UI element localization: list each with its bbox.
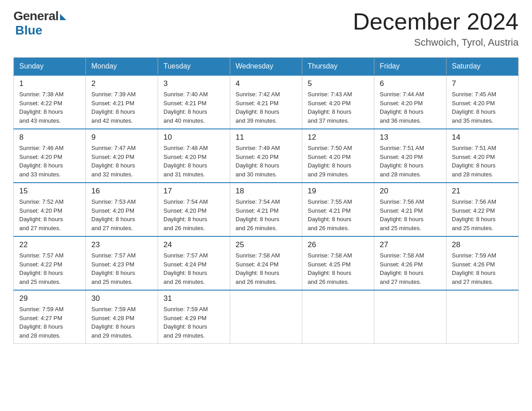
day-number: 29: [19, 294, 80, 303]
day-info: Sunrise: 7:57 AMSunset: 4:22 PMDaylight:…: [19, 251, 80, 286]
calendar-day-cell: 23Sunrise: 7:57 AMSunset: 4:23 PMDayligh…: [86, 236, 158, 290]
day-number: 24: [163, 240, 224, 249]
day-info: Sunrise: 7:40 AMSunset: 4:21 PMDaylight:…: [163, 90, 224, 125]
calendar-header-tuesday: Tuesday: [158, 58, 230, 76]
calendar-day-cell: 11Sunrise: 7:49 AMSunset: 4:20 PMDayligh…: [230, 129, 302, 183]
calendar-day-cell: 1Sunrise: 7:38 AMSunset: 4:22 PMDaylight…: [14, 75, 86, 129]
day-info: Sunrise: 7:57 AMSunset: 4:23 PMDaylight:…: [91, 251, 152, 286]
day-number: 31: [163, 294, 224, 303]
day-number: 3: [163, 79, 224, 88]
day-info: Sunrise: 7:50 AMSunset: 4:20 PMDaylight:…: [308, 144, 369, 179]
calendar-day-cell: 30Sunrise: 7:59 AMSunset: 4:28 PMDayligh…: [86, 290, 158, 344]
logo-blue-text: Blue: [15, 23, 66, 38]
calendar-week-row: 29Sunrise: 7:59 AMSunset: 4:27 PMDayligh…: [14, 290, 519, 344]
day-number: 15: [19, 187, 80, 196]
day-info: Sunrise: 7:46 AMSunset: 4:20 PMDaylight:…: [19, 144, 80, 179]
calendar-day-cell: 27Sunrise: 7:58 AMSunset: 4:26 PMDayligh…: [374, 236, 446, 290]
day-number: 22: [19, 240, 80, 249]
calendar-day-cell: 19Sunrise: 7:55 AMSunset: 4:21 PMDayligh…: [302, 183, 374, 236]
day-info: Sunrise: 7:56 AMSunset: 4:22 PMDaylight:…: [452, 197, 513, 232]
day-info: Sunrise: 7:59 AMSunset: 4:26 PMDaylight:…: [452, 251, 513, 286]
day-number: 25: [236, 240, 296, 249]
day-number: 8: [19, 133, 80, 142]
day-info: Sunrise: 7:54 AMSunset: 4:21 PMDaylight:…: [236, 197, 296, 232]
page-header: General Blue December 2024 Schwoich, Tyr…: [13, 9, 519, 48]
calendar-day-cell: 31Sunrise: 7:59 AMSunset: 4:29 PMDayligh…: [158, 290, 230, 344]
day-number: 17: [163, 187, 224, 196]
calendar-day-cell: [230, 290, 302, 344]
day-number: 14: [452, 133, 513, 142]
calendar-table: SundayMondayTuesdayWednesdayThursdayFrid…: [13, 57, 519, 344]
day-info: Sunrise: 7:45 AMSunset: 4:20 PMDaylight:…: [452, 90, 513, 125]
calendar-week-row: 8Sunrise: 7:46 AMSunset: 4:20 PMDaylight…: [14, 129, 519, 183]
location-title: Schwoich, Tyrol, Austria: [353, 37, 519, 48]
day-number: 7: [452, 79, 513, 88]
day-info: Sunrise: 7:59 AMSunset: 4:28 PMDaylight:…: [91, 305, 152, 340]
calendar-header-row: SundayMondayTuesdayWednesdayThursdayFrid…: [14, 58, 519, 76]
day-number: 1: [19, 79, 80, 88]
calendar-day-cell: 24Sunrise: 7:57 AMSunset: 4:24 PMDayligh…: [158, 236, 230, 290]
calendar-day-cell: 16Sunrise: 7:53 AMSunset: 4:20 PMDayligh…: [86, 183, 158, 236]
calendar-day-cell: 20Sunrise: 7:56 AMSunset: 4:21 PMDayligh…: [374, 183, 446, 236]
calendar-week-row: 22Sunrise: 7:57 AMSunset: 4:22 PMDayligh…: [14, 236, 519, 290]
day-info: Sunrise: 7:54 AMSunset: 4:20 PMDaylight:…: [163, 197, 224, 232]
calendar-day-cell: 25Sunrise: 7:58 AMSunset: 4:24 PMDayligh…: [230, 236, 302, 290]
day-info: Sunrise: 7:52 AMSunset: 4:20 PMDaylight:…: [19, 197, 80, 232]
day-info: Sunrise: 7:49 AMSunset: 4:20 PMDaylight:…: [236, 144, 296, 179]
calendar-day-cell: 8Sunrise: 7:46 AMSunset: 4:20 PMDaylight…: [14, 129, 86, 183]
day-info: Sunrise: 7:59 AMSunset: 4:27 PMDaylight:…: [19, 305, 80, 340]
calendar-header-friday: Friday: [374, 58, 446, 76]
day-info: Sunrise: 7:51 AMSunset: 4:20 PMDaylight:…: [380, 144, 441, 179]
day-number: 4: [236, 79, 296, 88]
day-info: Sunrise: 7:55 AMSunset: 4:21 PMDaylight:…: [308, 197, 369, 232]
day-info: Sunrise: 7:51 AMSunset: 4:20 PMDaylight:…: [452, 144, 513, 179]
day-number: 27: [380, 240, 441, 249]
calendar-day-cell: 10Sunrise: 7:48 AMSunset: 4:20 PMDayligh…: [158, 129, 230, 183]
day-info: Sunrise: 7:38 AMSunset: 4:22 PMDaylight:…: [19, 90, 80, 125]
calendar-day-cell: 14Sunrise: 7:51 AMSunset: 4:20 PMDayligh…: [446, 129, 519, 183]
day-info: Sunrise: 7:53 AMSunset: 4:20 PMDaylight:…: [91, 197, 152, 232]
calendar-day-cell: 6Sunrise: 7:44 AMSunset: 4:20 PMDaylight…: [374, 75, 446, 129]
calendar-week-row: 15Sunrise: 7:52 AMSunset: 4:20 PMDayligh…: [14, 183, 519, 236]
day-info: Sunrise: 7:57 AMSunset: 4:24 PMDaylight:…: [163, 251, 224, 286]
day-number: 13: [380, 133, 441, 142]
calendar-header-saturday: Saturday: [446, 58, 519, 76]
day-number: 20: [380, 187, 441, 196]
calendar-day-cell: 4Sunrise: 7:42 AMSunset: 4:21 PMDaylight…: [230, 75, 302, 129]
day-info: Sunrise: 7:58 AMSunset: 4:24 PMDaylight:…: [236, 251, 296, 286]
day-info: Sunrise: 7:44 AMSunset: 4:20 PMDaylight:…: [380, 90, 441, 125]
calendar-week-row: 1Sunrise: 7:38 AMSunset: 4:22 PMDaylight…: [14, 75, 519, 129]
day-info: Sunrise: 7:58 AMSunset: 4:25 PMDaylight:…: [308, 251, 369, 286]
calendar-day-cell: 3Sunrise: 7:40 AMSunset: 4:21 PMDaylight…: [158, 75, 230, 129]
calendar-day-cell: 12Sunrise: 7:50 AMSunset: 4:20 PMDayligh…: [302, 129, 374, 183]
day-info: Sunrise: 7:59 AMSunset: 4:29 PMDaylight:…: [163, 305, 224, 340]
calendar-header-sunday: Sunday: [14, 58, 86, 76]
day-number: 21: [452, 187, 513, 196]
logo-arrow-icon: [60, 14, 66, 20]
day-number: 11: [236, 133, 296, 142]
calendar-day-cell: 7Sunrise: 7:45 AMSunset: 4:20 PMDaylight…: [446, 75, 519, 129]
calendar-day-cell: 18Sunrise: 7:54 AMSunset: 4:21 PMDayligh…: [230, 183, 302, 236]
day-info: Sunrise: 7:39 AMSunset: 4:21 PMDaylight:…: [91, 90, 152, 125]
calendar-day-cell: 9Sunrise: 7:47 AMSunset: 4:20 PMDaylight…: [86, 129, 158, 183]
calendar-day-cell: [446, 290, 519, 344]
calendar-day-cell: 29Sunrise: 7:59 AMSunset: 4:27 PMDayligh…: [14, 290, 86, 344]
day-number: 2: [91, 79, 152, 88]
calendar-day-cell: 22Sunrise: 7:57 AMSunset: 4:22 PMDayligh…: [14, 236, 86, 290]
day-number: 9: [91, 133, 152, 142]
month-title: December 2024: [353, 9, 519, 34]
day-info: Sunrise: 7:58 AMSunset: 4:26 PMDaylight:…: [380, 251, 441, 286]
calendar-day-cell: 21Sunrise: 7:56 AMSunset: 4:22 PMDayligh…: [446, 183, 519, 236]
day-info: Sunrise: 7:47 AMSunset: 4:20 PMDaylight:…: [91, 144, 152, 179]
logo: General Blue: [13, 9, 66, 38]
day-number: 28: [452, 240, 513, 249]
day-number: 18: [236, 187, 296, 196]
day-number: 10: [163, 133, 224, 142]
day-info: Sunrise: 7:56 AMSunset: 4:21 PMDaylight:…: [380, 197, 441, 232]
day-number: 19: [308, 187, 369, 196]
calendar-day-cell: 28Sunrise: 7:59 AMSunset: 4:26 PMDayligh…: [446, 236, 519, 290]
calendar-day-cell: 17Sunrise: 7:54 AMSunset: 4:20 PMDayligh…: [158, 183, 230, 236]
calendar-day-cell: 26Sunrise: 7:58 AMSunset: 4:25 PMDayligh…: [302, 236, 374, 290]
day-number: 12: [308, 133, 369, 142]
calendar-header-thursday: Thursday: [302, 58, 374, 76]
